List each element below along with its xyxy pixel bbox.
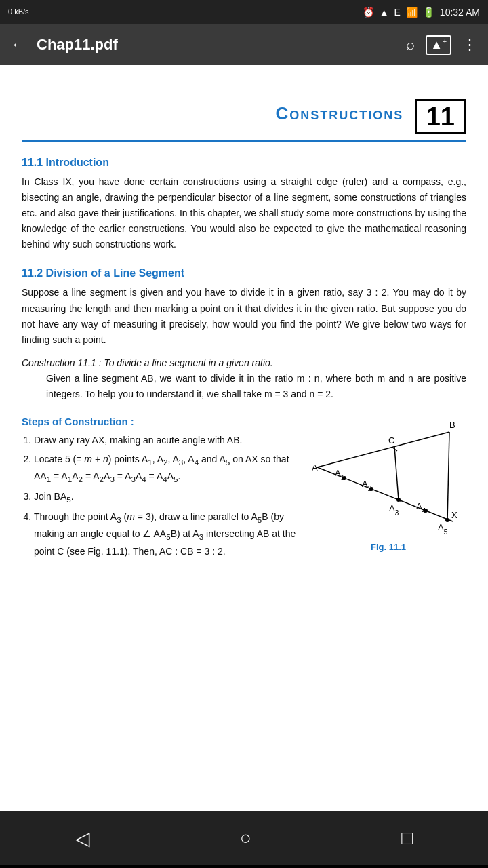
back-button[interactable]: ← — [11, 36, 26, 54]
svg-text:A3: A3 — [389, 503, 399, 517]
svg-line-3 — [447, 432, 449, 521]
battery-icon: 🔋 — [423, 7, 434, 18]
section-11-2-body: Suppose a line segment is given and you … — [22, 285, 466, 347]
back-nav-button[interactable]: ◁ — [75, 827, 90, 850]
more-options-button[interactable]: ⋮ — [462, 36, 477, 54]
section-11-2-heading: 11.2 Division of a Line Segment — [22, 267, 466, 279]
chapter-header: Constructions 11 — [22, 99, 466, 142]
app-bar: ← Chap11.pdf ⌕ ▲+ ⋮ — [0, 24, 488, 65]
step-3: Join BA5. — [34, 489, 300, 507]
app-title: Chap11.pdf — [37, 36, 395, 54]
svg-text:C: C — [388, 435, 394, 446]
signal-e: E — [394, 7, 401, 18]
chapter-title: Constructions — [275, 103, 403, 123]
svg-text:A1: A1 — [335, 468, 345, 481]
chapter-number: 11 — [415, 99, 466, 134]
bottom-nav: ◁ ○ □ — [0, 811, 488, 865]
figure-11-1-svg: A B C A1 A2 A3 A4 A5 X — [310, 413, 460, 535]
svg-text:A4: A4 — [416, 501, 426, 515]
steps-heading: Steps of Construction : — [22, 416, 300, 427]
construction-given-para: Given a line segment AB, we want to divi… — [46, 371, 466, 402]
status-right: ⏰ ▲ E 📶 🔋 10:32 AM — [363, 7, 480, 18]
search-button[interactable]: ⌕ — [406, 36, 415, 54]
svg-text:A: A — [312, 462, 318, 473]
step-2: Locate 5 (= m + n) points A1, A2, A3, A4… — [34, 452, 300, 486]
status-kbs: 0 kB/s — [8, 7, 29, 16]
svg-line-2 — [394, 447, 399, 500]
steps-list: Draw any ray AX, making an acute angle w… — [22, 433, 300, 560]
signal-bars-icon: 📶 — [406, 7, 418, 18]
svg-text:X: X — [451, 510, 458, 520]
steps-column: Steps of Construction : Draw any ray AX,… — [22, 406, 300, 563]
svg-text:A5: A5 — [438, 522, 448, 535]
pdf-content: Constructions 11 11.1 Introduction In Cl… — [0, 65, 488, 811]
svg-line-1 — [317, 432, 449, 467]
step-1: Draw any ray AX, making an acute angle w… — [34, 433, 300, 449]
wifi-icon: ▲ — [380, 7, 389, 18]
svg-point-8 — [445, 518, 449, 522]
recent-nav-button[interactable]: □ — [401, 827, 413, 849]
steps-figure-wrap: Steps of Construction : Draw any ray AX,… — [22, 406, 466, 563]
status-bar: 0 kB/s ⏰ ▲ E 📶 🔋 10:32 AM — [0, 0, 488, 24]
section-11-1-heading: 11.1 Introduction — [22, 157, 466, 169]
section-11-1-body: In Class IX, you have done certain const… — [22, 174, 466, 252]
upload-button[interactable]: ▲+ — [426, 35, 451, 55]
home-nav-button[interactable]: ○ — [240, 827, 251, 849]
figure-11-1-col: A B C A1 A2 A3 A4 A5 X Fig. 11.1 — [310, 406, 466, 552]
fig-caption: Fig. 11.1 — [310, 542, 466, 552]
step-4: Through the point A3 (m = 3), draw a lin… — [34, 509, 300, 560]
alarm-icon: ⏰ — [363, 7, 374, 18]
time-display: 10:32 AM — [440, 7, 480, 18]
construction-11-1-label: Construction 11.1 : To divide a line seg… — [22, 357, 466, 368]
svg-text:A2: A2 — [362, 479, 372, 492]
svg-text:B: B — [449, 420, 455, 430]
